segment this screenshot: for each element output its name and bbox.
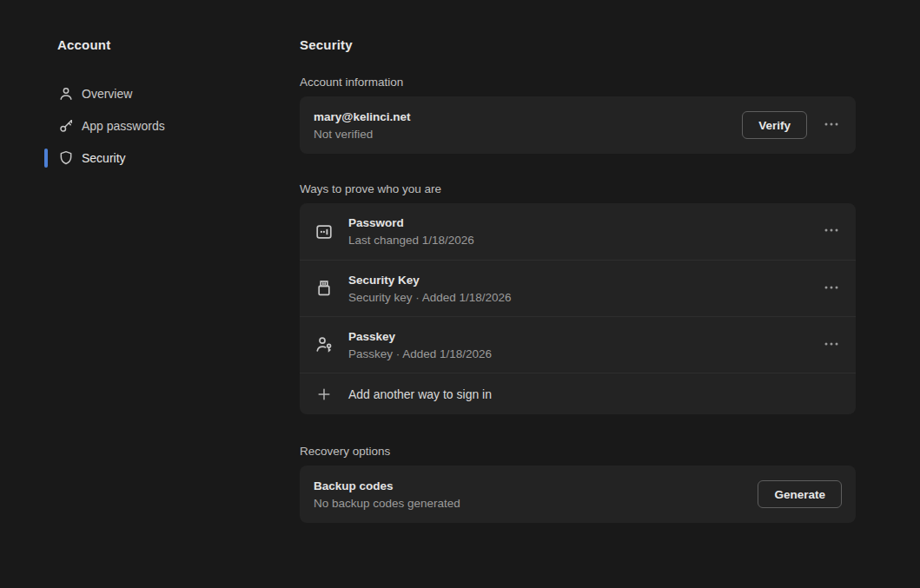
generate-button[interactable]: Generate <box>758 480 842 508</box>
security-key-info: Security Key Security key · Added 1/18/2… <box>348 273 807 305</box>
ellipsis-icon <box>823 279 840 299</box>
email-address: mary@kelinci.net <box>314 109 742 124</box>
page-title: Security <box>300 37 856 52</box>
ways-to-prove-label: Ways to prove who you are <box>300 182 856 195</box>
sidebar: Account Overview <box>0 0 300 588</box>
sidebar-item-security[interactable]: Security <box>0 142 300 174</box>
method-subtitle: Security key · Added 1/18/2026 <box>348 290 807 305</box>
plus-icon <box>314 384 334 405</box>
passkey-row: Passkey Passkey · Added 1/18/2026 <box>300 316 856 373</box>
usb-security-key-icon <box>314 278 334 299</box>
password-info: Password Last changed 1/18/2026 <box>348 215 807 248</box>
password-field-icon <box>314 221 334 242</box>
method-subtitle: Passkey · Added 1/18/2026 <box>348 347 807 361</box>
backup-codes-title: Backup codes <box>314 479 758 493</box>
backup-codes-info: Backup codes No backup codes generated <box>314 479 758 511</box>
method-subtitle: Last changed 1/18/2026 <box>348 233 807 248</box>
shield-icon <box>57 149 75 167</box>
account-information-label: Account information <box>300 76 856 89</box>
email-more-button[interactable] <box>821 115 842 135</box>
account-information-card: mary@kelinci.net Not verified Verify <box>300 96 856 154</box>
verify-button[interactable]: Verify <box>742 111 807 139</box>
ellipsis-icon <box>823 116 840 135</box>
method-title: Passkey <box>348 329 807 344</box>
security-key-more-button[interactable] <box>821 278 842 299</box>
passkey-person-icon <box>314 334 334 355</box>
active-indicator <box>44 149 48 168</box>
sign-in-methods-card: Password Last changed 1/18/2026 <box>300 203 856 414</box>
person-icon <box>57 85 75 102</box>
sidebar-nav: Overview App passwords <box>0 77 300 174</box>
recovery-options-label: Recovery options <box>300 445 856 458</box>
security-key-row: Security Key Security key · Added 1/18/2… <box>300 260 856 316</box>
add-sign-in-method-label: Add another way to sign in <box>348 387 492 401</box>
backup-codes-card: Backup codes No backup codes generated G… <box>300 466 856 523</box>
password-row: Password Last changed 1/18/2026 <box>300 203 856 260</box>
passkey-info: Passkey Passkey · Added 1/18/2026 <box>348 329 807 361</box>
sidebar-item-label: App passwords <box>82 119 165 133</box>
sidebar-title: Account <box>57 37 300 52</box>
ellipsis-icon <box>823 335 840 355</box>
sidebar-item-label: Overview <box>82 87 132 101</box>
key-icon <box>57 117 75 135</box>
add-sign-in-method-row[interactable]: Add another way to sign in <box>300 373 856 414</box>
sidebar-item-label: Security <box>82 151 126 165</box>
backup-codes-status: No backup codes generated <box>314 496 758 511</box>
passkey-more-button[interactable] <box>821 334 842 355</box>
method-title: Security Key <box>348 273 807 287</box>
sidebar-item-overview[interactable]: Overview <box>0 77 300 109</box>
account-settings-page: Account Overview <box>0 0 920 588</box>
method-title: Password <box>348 215 807 230</box>
sidebar-item-app-passwords[interactable]: App passwords <box>0 109 300 142</box>
password-more-button[interactable] <box>821 221 842 242</box>
security-panel: Security Account information mary@kelinc… <box>300 0 856 588</box>
email-info: mary@kelinci.net Not verified <box>314 109 742 142</box>
ellipsis-icon <box>823 221 840 241</box>
verification-status: Not verified <box>314 127 742 142</box>
